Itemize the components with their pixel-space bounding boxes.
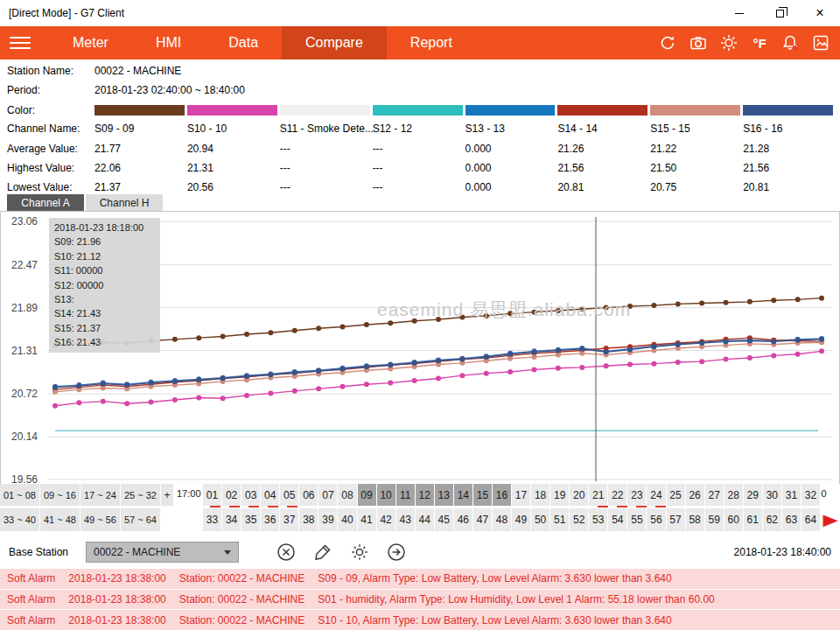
channel-cell-08[interactable]: 08 (338, 484, 357, 506)
nav-item-report[interactable]: Report (387, 26, 476, 60)
channel-cell-26[interactable]: 26 (686, 484, 705, 506)
channel-cell-33[interactable]: 33 (203, 508, 222, 531)
go-arrow-icon[interactable] (386, 542, 407, 563)
channel-cell-49[interactable]: 49 (512, 508, 531, 531)
channel-cell-51[interactable]: 51 (550, 508, 570, 531)
channel-cell-10[interactable]: 10 (377, 484, 396, 506)
tab-channel-a[interactable]: Channel A (7, 194, 84, 211)
channel-cell-14[interactable]: 14 (454, 484, 473, 506)
channel-cell-52[interactable]: 52 (570, 508, 589, 531)
channel-cell-56[interactable]: 56 (647, 508, 666, 531)
channel-cell-25[interactable]: 25 (667, 484, 686, 506)
settings-gear-icon[interactable] (349, 542, 370, 563)
channel-cell-07[interactable]: 07 (318, 484, 338, 506)
channel-cell-64[interactable]: 64 (802, 508, 821, 531)
alarm-row[interactable]: Soft Alarm2018-01-23 18:38:00Station: 00… (0, 590, 840, 610)
channel-cell-31[interactable]: 31 (782, 484, 802, 506)
channel-cell-50[interactable]: 50 (531, 508, 550, 531)
clear-circle-x-icon[interactable] (276, 542, 297, 563)
channel-cell-01[interactable]: 01 (203, 484, 222, 506)
channel-cell-17[interactable]: 17 (512, 484, 531, 506)
channel-cell-32[interactable]: 32 (802, 484, 821, 506)
alarm-row[interactable]: Soft Alarm2018-01-23 18:38:00Station: 00… (0, 610, 840, 630)
channel-cell-42[interactable]: 42 (377, 508, 396, 531)
channel-group-tab[interactable]: 41 ~ 48 (40, 508, 80, 531)
alarm-bell-icon[interactable] (780, 32, 801, 53)
channel-cell-61[interactable]: 61 (744, 508, 763, 531)
channel-cell-43[interactable]: 43 (396, 508, 416, 531)
channel-cell-23[interactable]: 23 (627, 484, 647, 506)
channel-group-tab[interactable]: 09 ~ 16 (40, 484, 80, 506)
channel-cell-28[interactable]: 28 (724, 484, 744, 506)
channel-cell-02[interactable]: 02 (222, 484, 242, 506)
channel-cell-22[interactable]: 22 (608, 484, 627, 506)
channel-group-tab[interactable]: 01 ~ 08 (0, 484, 40, 506)
channel-cell-19[interactable]: 19 (550, 484, 570, 506)
camera-icon[interactable] (688, 32, 709, 53)
channel-cell-36[interactable]: 36 (261, 508, 280, 531)
channel-cell-54[interactable]: 54 (608, 508, 627, 531)
close-button[interactable]: × (800, 0, 840, 26)
channel-cell-62[interactable]: 62 (763, 508, 782, 531)
channel-cell-47[interactable]: 47 (473, 508, 493, 531)
channel-cell-39[interactable]: 39 (318, 508, 338, 531)
channel-cell-44[interactable]: 44 (416, 508, 435, 531)
channel-cell-34[interactable]: 34 (222, 508, 242, 531)
restore-button[interactable] (760, 0, 800, 26)
channel-cell-55[interactable]: 55 (627, 508, 647, 531)
nav-item-data[interactable]: Data (205, 26, 282, 60)
channel-cell-18[interactable]: 18 (531, 484, 550, 506)
channel-cell-03[interactable]: 03 (242, 484, 261, 506)
channel-cell-57[interactable]: 57 (667, 508, 686, 531)
channel-group-tab[interactable]: 57 ~ 64 (121, 508, 161, 531)
channel-cell-59[interactable]: 59 (705, 508, 724, 531)
channel-cell-24[interactable]: 24 (647, 484, 666, 506)
channel-cell-60[interactable]: 60 (724, 508, 744, 531)
channel-cell-12[interactable]: 12 (416, 484, 435, 506)
channel-group-tab[interactable]: 33 ~ 40 (0, 508, 40, 531)
channel-cell-06[interactable]: 06 (299, 484, 318, 506)
channel-cell-48[interactable]: 48 (493, 508, 512, 531)
trend-chart[interactable]: 23.0622.4721.8921.3120.7220.1419.56 ease… (0, 211, 840, 484)
nav-item-hmi[interactable]: HMI (132, 26, 205, 60)
brightness-icon[interactable] (718, 32, 739, 53)
nav-item-meter[interactable]: Meter (49, 26, 132, 60)
channel-group-tab[interactable]: 49 ~ 56 (80, 508, 121, 531)
channel-cell-11[interactable]: 11 (396, 484, 416, 506)
add-group-button[interactable]: + (161, 484, 174, 506)
channel-cell-41[interactable]: 41 (358, 508, 377, 531)
base-station-dropdown[interactable]: 00022 - MACHINE (86, 542, 239, 563)
channel-group-tab[interactable]: 25 ~ 32 (121, 484, 161, 506)
channel-cell-37[interactable]: 37 (280, 508, 299, 531)
channel-cell-15[interactable]: 15 (473, 484, 493, 506)
channel-cell-38[interactable]: 38 (299, 508, 318, 531)
channel-cell-30[interactable]: 30 (763, 484, 782, 506)
image-export-icon[interactable] (810, 32, 831, 53)
hamburger-menu-button[interactable] (0, 26, 40, 60)
channel-cell-40[interactable]: 40 (338, 508, 357, 531)
alarm-row[interactable]: Soft Alarm2018-01-23 18:38:00Station: 00… (0, 569, 840, 589)
channel-cell-04[interactable]: 04 (261, 484, 280, 506)
tab-channel-h[interactable]: Channel H (86, 194, 163, 211)
channel-group-tab[interactable]: 17 ~ 24 (80, 484, 121, 506)
channel-cell-27[interactable]: 27 (705, 484, 724, 506)
channel-cell-53[interactable]: 53 (589, 508, 608, 531)
channel-cell-21[interactable]: 21 (589, 484, 608, 506)
channel-cell-29[interactable]: 29 (744, 484, 763, 506)
refresh-icon[interactable] (657, 32, 678, 53)
channel-cell-20[interactable]: 20 (570, 484, 589, 506)
channel-cell-05[interactable]: 05 (280, 484, 299, 506)
channel-cell-45[interactable]: 45 (435, 508, 454, 531)
channel-cell-63[interactable]: 63 (782, 508, 802, 531)
nav-item-compare[interactable]: Compare (282, 26, 387, 60)
fahrenheit-toggle[interactable]: °F (749, 32, 770, 53)
minimize-button[interactable] (719, 0, 760, 26)
channel-cell-58[interactable]: 58 (686, 508, 705, 531)
edit-pencil-icon[interactable] (312, 542, 333, 563)
channel-cell-35[interactable]: 35 (242, 508, 261, 531)
channel-cell-09[interactable]: 09 (358, 484, 377, 506)
next-page-arrow[interactable]: ▶ (823, 508, 838, 531)
channel-cell-16[interactable]: 16 (493, 484, 512, 506)
channel-cell-46[interactable]: 46 (454, 508, 473, 531)
channel-cell-13[interactable]: 13 (435, 484, 454, 506)
